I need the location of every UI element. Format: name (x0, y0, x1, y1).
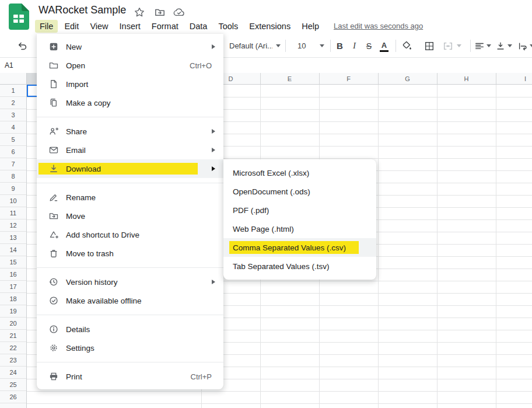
submenu-item-label: PDF (.pdf) (233, 206, 269, 215)
file-menu-item-print[interactable]: PrintCtrl+P (37, 367, 223, 386)
row-header-8[interactable]: 8 (0, 170, 26, 183)
download-submenu-item-tab-separated-values-tsv[interactable]: Tab Separated Values (.tsv) (223, 257, 376, 276)
menu-item-label: New (66, 43, 82, 51)
strikethrough-button[interactable]: S (362, 39, 376, 53)
file-menu-item-new[interactable]: New (37, 37, 223, 56)
menubar-data[interactable]: Data (185, 20, 212, 33)
row-header-24[interactable]: 24 (0, 367, 26, 379)
horizontal-align-button[interactable] (473, 39, 492, 53)
row-header-13[interactable]: 13 (0, 232, 26, 244)
file-menu-item-make-available-offline[interactable]: Make available offline (37, 291, 223, 310)
chevron-down-icon (487, 44, 491, 47)
submenu-arrow-icon (212, 280, 215, 284)
submenu-item-label: Microsoft Excel (.xlsx) (233, 169, 309, 177)
download-submenu-item-microsoft-excel-xlsx[interactable]: Microsoft Excel (.xlsx) (223, 163, 376, 182)
row-header-1[interactable]: 1 (0, 85, 26, 97)
sheets-logo (8, 3, 30, 30)
row-header-26[interactable]: 26 (0, 391, 26, 403)
fill-color-button[interactable] (398, 39, 415, 53)
row-header-10[interactable]: 10 (0, 195, 26, 207)
italic-button[interactable]: I (347, 39, 362, 53)
menubar-edit[interactable]: Edit (60, 20, 83, 33)
menubar-tools[interactable]: Tools (214, 20, 243, 33)
row-header-14[interactable]: 14 (0, 244, 26, 256)
borders-button[interactable] (421, 39, 438, 53)
font-family-select[interactable]: Default (Ari... (229, 39, 281, 53)
row-header-5[interactable]: 5 (0, 134, 26, 146)
font-size-select[interactable]: 10 (290, 39, 327, 53)
print-icon (48, 371, 59, 382)
file-menu-item-settings[interactable]: Settings (37, 339, 223, 357)
name-box[interactable]: A1 (5, 61, 13, 69)
row-header-9[interactable]: 9 (0, 183, 26, 195)
row-header-20[interactable]: 20 (0, 318, 26, 330)
file-menu-item-add-shortcut-to-drive[interactable]: Add shortcut to Drive (37, 225, 223, 244)
file-menu-item-move-to-trash[interactable]: Move to trash (37, 244, 223, 263)
file-menu-item-download[interactable]: Download (37, 159, 223, 178)
select-all-corner[interactable] (0, 73, 27, 85)
row-header-25[interactable]: 25 (0, 379, 26, 391)
menubar-format[interactable]: Format (147, 20, 183, 33)
row-header-16[interactable]: 16 (0, 268, 26, 281)
column-header-e[interactable]: E (260, 73, 319, 85)
row-header-17[interactable]: 17 (0, 281, 26, 293)
file-menu-item-move[interactable]: Move (37, 207, 223, 225)
row-header-6[interactable]: 6 (0, 146, 26, 158)
row-header-19[interactable]: 19 (0, 305, 26, 318)
row-header-2[interactable]: 2 (0, 97, 26, 109)
column-header-g[interactable]: G (378, 73, 437, 85)
file-menu-item-open[interactable]: OpenCtrl+O (37, 56, 223, 75)
file-menu-item-rename[interactable]: Rename (37, 188, 223, 207)
download-icon (48, 163, 59, 174)
row-header-12[interactable]: 12 (0, 219, 26, 232)
star-icon[interactable] (134, 6, 145, 18)
text-color-button[interactable]: A (376, 39, 392, 54)
undo-icon (17, 40, 29, 52)
document-title[interactable]: WARocket Sample (38, 4, 126, 16)
gridline (437, 85, 438, 408)
row-header-23[interactable]: 23 (0, 354, 26, 367)
menubar-file[interactable]: File (35, 20, 58, 33)
row-header-11[interactable]: 11 (0, 207, 26, 219)
row-header-18[interactable]: 18 (0, 293, 26, 305)
menubar-help[interactable]: Help (297, 20, 324, 33)
row-header-7[interactable]: 7 (0, 158, 26, 170)
row-header-partial (0, 403, 26, 408)
row-header-15[interactable]: 15 (0, 256, 26, 268)
file-menu-item-make-a-copy[interactable]: Make a copy (37, 93, 223, 112)
download-submenu-item-pdf-pdf[interactable]: PDF (.pdf) (223, 201, 376, 219)
menu-item-label: Open (66, 61, 85, 70)
menu-item-label: Settings (66, 344, 94, 353)
undo-button[interactable] (15, 39, 30, 53)
download-submenu-item-comma-separated-values-csv[interactable]: Comma Separated Values (.csv) (223, 238, 376, 257)
menu-item-label: Add shortcut to Drive (66, 231, 139, 239)
column-header-h[interactable]: H (437, 73, 496, 85)
file-menu-item-email[interactable]: Email (37, 141, 223, 159)
merge-cells-button[interactable] (439, 39, 466, 53)
column-header-f[interactable]: F (319, 73, 378, 85)
settings-icon (48, 343, 59, 353)
row-header-21[interactable]: 21 (0, 330, 26, 342)
column-header-i[interactable]: I (496, 73, 532, 85)
download-submenu-item-web-page-html[interactable]: Web Page (.html) (223, 219, 376, 238)
row-header-22[interactable]: 22 (0, 342, 26, 354)
menubar-view[interactable]: View (85, 20, 113, 33)
download-submenu-item-opendocument-ods[interactable]: OpenDocument (.ods) (223, 182, 376, 201)
share-icon (48, 126, 59, 137)
file-menu-item-import[interactable]: Import (37, 75, 223, 93)
bold-button[interactable]: B (332, 39, 347, 53)
text-wrap-button[interactable] (516, 39, 532, 53)
menubar-extensions[interactable]: Extensions (244, 20, 295, 33)
new-document-icon (48, 41, 59, 52)
submenu-item-label: Comma Separated Values (.csv) (233, 243, 346, 252)
last-edit-status[interactable]: Last edit was seconds ago (334, 22, 423, 30)
vertical-align-button[interactable] (494, 39, 513, 53)
file-menu-item-share[interactable]: Share (37, 122, 223, 141)
row-header-4[interactable]: 4 (0, 121, 26, 134)
trash-icon (48, 248, 59, 259)
menubar-insert[interactable]: Insert (115, 20, 145, 33)
file-menu-item-version-history[interactable]: Version history (37, 273, 223, 291)
row-header-3[interactable]: 3 (0, 109, 26, 121)
move-folder-icon[interactable] (154, 6, 166, 18)
file-menu-item-details[interactable]: Details (37, 320, 223, 339)
